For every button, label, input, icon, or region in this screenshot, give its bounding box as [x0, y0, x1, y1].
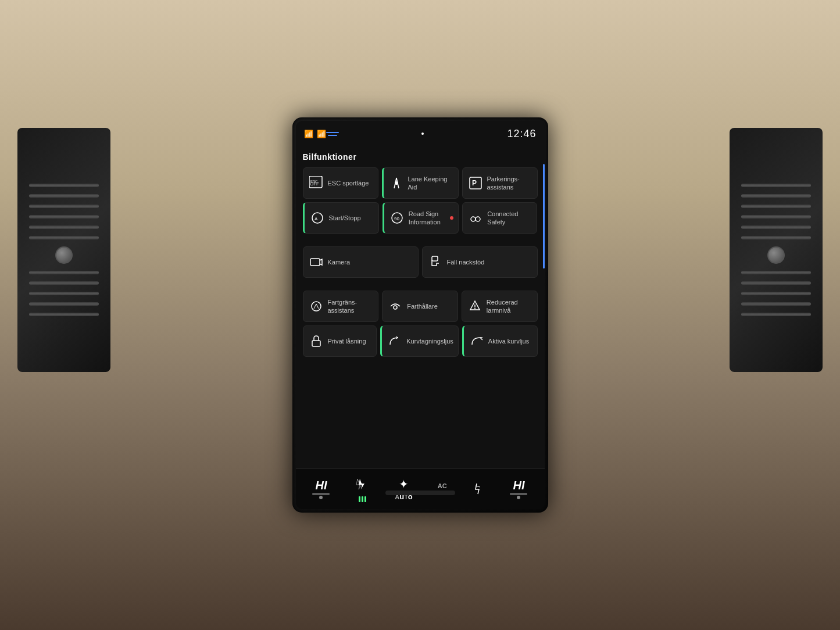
screen-bezel: 📶 📶 12:46 Bilfunktioner — [292, 117, 548, 513]
parkering-label: Parkerings-assistans — [487, 175, 520, 192]
road-sign-indicator — [450, 216, 453, 220]
seat-heat-left[interactable] — [354, 477, 370, 502]
road-sign-icon: 90 — [389, 210, 405, 226]
reducerad-button[interactable]: Reducerad larmnivå — [462, 291, 538, 322]
svg-text:90: 90 — [394, 216, 399, 221]
kamera-label: Kamera — [328, 258, 351, 266]
svg-rect-12 — [310, 259, 320, 266]
separator-2 — [303, 281, 538, 287]
vent-slat — [741, 281, 811, 285]
vent-slat — [29, 313, 99, 316]
vent-knob-left[interactable] — [55, 246, 73, 264]
bluetooth-icon: 📶 — [304, 130, 313, 138]
vent-slat — [741, 194, 811, 198]
lane-keeping-icon — [388, 175, 405, 191]
svg-point-3 — [395, 181, 398, 185]
seat-icon — [427, 254, 444, 270]
section-title: Bilfunktioner — [303, 152, 538, 162]
svg-point-10 — [471, 217, 476, 221]
farthallare-icon — [387, 298, 403, 314]
svg-point-11 — [476, 217, 480, 221]
esc-sportlage-button[interactable]: OFFESC ESC sportläge — [303, 167, 378, 199]
svg-rect-18 — [312, 341, 320, 346]
temp-right-value: HI — [513, 479, 524, 492]
start-stopp-button[interactable]: A Start/Stopp — [303, 202, 379, 234]
fall-nackstod-label: Fäll nackstöd — [447, 258, 485, 266]
vent-slat — [741, 205, 811, 208]
menu-line-2 — [328, 135, 337, 136]
kurvtagningsljus-label: Kurvtagningsljus — [406, 337, 453, 345]
left-vent — [17, 128, 110, 372]
farthallare-button[interactable]: Farthållare — [382, 291, 458, 322]
fartgrans-button[interactable]: Fartgräns-assistans — [303, 291, 379, 322]
aktiva-kurvljus-button[interactable]: Aktiva kurvljus — [462, 325, 538, 357]
road-sign-button[interactable]: 90 Road Sign Information — [383, 202, 459, 234]
temp-left-value: HI — [315, 479, 327, 492]
vent-slat — [29, 271, 99, 274]
vent-slat — [741, 215, 811, 219]
start-stopp-label: Start/Stopp — [329, 214, 361, 222]
infotainment-screen[interactable]: 📶 📶 12:46 Bilfunktioner — [296, 121, 545, 509]
connected-safety-label: Connected Safety — [487, 210, 532, 227]
separator — [303, 237, 538, 243]
svg-point-14 — [312, 302, 321, 311]
farthallare-label: Farthållare — [407, 302, 438, 310]
connected-safety-icon — [467, 210, 484, 226]
alarm-icon — [467, 298, 483, 314]
button-row-2: A Start/Stopp 90 Road Sign Information — [303, 202, 538, 234]
fall-nackstod-button[interactable]: Fäll nackstöd — [422, 246, 538, 278]
active-curve-icon — [469, 333, 485, 349]
vent-slat — [741, 225, 811, 229]
vent-slat — [29, 292, 99, 295]
fartgrans-icon — [308, 298, 324, 314]
vent-slat — [29, 215, 99, 219]
vent-slat — [741, 313, 811, 316]
vent-slat — [741, 302, 811, 306]
parkering-button[interactable]: P Parkerings-assistans — [462, 167, 538, 199]
lane-keeping-button[interactable]: Lane Keeping Aid — [382, 167, 459, 199]
vent-slat — [741, 292, 811, 295]
kurvtagningsljus-button[interactable]: Kurvtagningsljus — [380, 325, 459, 357]
status-bar: 📶 📶 12:46 — [296, 121, 545, 146]
road-sign-label: Road Sign Information — [409, 210, 446, 227]
dot-indicator — [421, 133, 424, 135]
bottom-handle — [385, 491, 455, 495]
button-grid: OFFESC ESC sportläge Lane Keeping Aid — [303, 167, 538, 463]
svg-point-15 — [394, 306, 397, 309]
kamera-button[interactable]: Kamera — [303, 246, 419, 278]
lock-icon — [308, 333, 324, 349]
vent-slat — [741, 271, 811, 274]
button-row-1: OFFESC ESC sportläge Lane Keeping Aid — [303, 167, 538, 199]
seat-heat-right[interactable] — [472, 481, 486, 497]
menu-button[interactable] — [326, 132, 339, 136]
clock-display: 12:46 — [507, 128, 536, 140]
connected-safety-button[interactable]: Connected Safety — [462, 202, 537, 234]
aktiva-kurvljus-label: Aktiva kurvljus — [488, 337, 529, 345]
privat-lasning-label: Privat låsning — [328, 337, 366, 345]
privat-lasning-button[interactable]: Privat låsning — [303, 325, 377, 357]
esc-icon: OFFESC — [308, 175, 324, 191]
vent-knob-right[interactable] — [767, 246, 785, 264]
lane-keeping-label: Lane Keeping Aid — [408, 175, 453, 192]
vent-slat — [29, 281, 99, 285]
main-content: Bilfunktioner OFFESC ESC sportläge — [296, 146, 545, 468]
camera-icon — [308, 254, 324, 270]
vent-slat — [29, 194, 99, 198]
status-icons-left: 📶 📶 — [304, 130, 326, 138]
reducerad-label: Reducerad larmnivå — [487, 298, 532, 315]
start-stopp-icon: A — [309, 210, 326, 226]
fan-auto[interactable]: ✦ AuTo — [395, 477, 413, 501]
vent-slat — [29, 225, 99, 229]
temp-right[interactable]: HI — [510, 479, 527, 499]
temp-left[interactable]: HI — [312, 479, 330, 499]
svg-text:A: A — [314, 216, 318, 221]
scrollbar[interactable] — [543, 164, 545, 269]
vent-slat — [29, 184, 99, 187]
climate-bar: HI — [296, 468, 545, 509]
fartgrans-label: Fartgräns-assistans — [328, 298, 358, 315]
car-interior: 📶 📶 12:46 Bilfunktioner — [0, 0, 840, 630]
vent-slat — [741, 236, 811, 239]
ac-label: AC — [438, 482, 447, 489]
vent-slat — [29, 205, 99, 208]
curve-light-icon — [387, 333, 403, 349]
